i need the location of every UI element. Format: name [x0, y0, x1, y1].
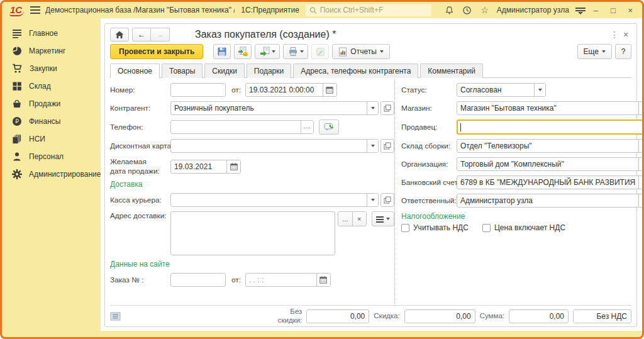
- open-button[interactable]: [380, 139, 394, 153]
- organization-label: Организация:: [401, 160, 457, 169]
- service-menu-icon[interactable]: [575, 6, 584, 14]
- dropdown-button[interactable]: [638, 176, 644, 189]
- sidebar-item-marketing[interactable]: Маркетинг: [2, 42, 101, 60]
- sidebar-item-warehouse[interactable]: Склад: [2, 77, 101, 95]
- totals-bar: Без скидки: 0,00 Скидка: 0,00 Сумма: 0,0…: [110, 305, 631, 324]
- seller-input-focused[interactable]: [457, 119, 644, 135]
- favorites-star-icon[interactable]: ☆: [479, 4, 491, 16]
- search-input[interactable]: [320, 6, 428, 14]
- address-menu-button[interactable]: [372, 211, 394, 226]
- calendar-icon[interactable]: [316, 274, 330, 286]
- kebab-menu-icon[interactable]: ⋮: [609, 30, 620, 40]
- lines-icon: [376, 216, 384, 222]
- seller-label: Продавец:: [401, 123, 457, 131]
- discount-card-input[interactable]: [170, 139, 379, 153]
- tab-gifts[interactable]: Подарки: [247, 64, 291, 78]
- main-menu-icon[interactable]: [30, 6, 39, 14]
- dropdown-button[interactable]: [638, 194, 644, 207]
- save-button[interactable]: [213, 44, 231, 59]
- pie-chart-icon: [12, 46, 22, 56]
- close-form-icon[interactable]: ×: [620, 30, 631, 40]
- forward-button[interactable]: →: [151, 28, 170, 42]
- list-toggle-icon[interactable]: [110, 312, 121, 321]
- sidebar-item-finance[interactable]: ₽ Финансы: [2, 113, 101, 130]
- open-button[interactable]: [380, 101, 394, 115]
- tax-section-header: Налогообложение: [401, 212, 644, 221]
- grid-icon: [12, 81, 22, 91]
- sidebar-item-personnel[interactable]: Персонал: [2, 148, 101, 165]
- vat-mode-value: Без НДС: [573, 309, 631, 323]
- organization-input[interactable]: Торговый дом "Комплексный": [457, 157, 644, 171]
- calendar-icon[interactable]: [226, 160, 240, 173]
- maximize-button[interactable]: □: [608, 6, 618, 15]
- dropdown-button[interactable]: [638, 102, 644, 114]
- close-window-button[interactable]: ×: [625, 6, 636, 15]
- open-button[interactable]: [380, 193, 394, 207]
- tab-main[interactable]: Основное: [110, 64, 160, 78]
- calendar-icon[interactable]: [323, 84, 336, 96]
- sidebar-item-nsi[interactable]: НСИ: [2, 130, 101, 148]
- site-data-section-header: Данные на сайте: [110, 260, 394, 269]
- responsible-label: Ответственный:: [401, 196, 457, 205]
- dropdown-button[interactable]: [638, 140, 644, 152]
- sidebar-item-administration[interactable]: Администрирование: [2, 165, 101, 183]
- dropdown-button[interactable]: [534, 84, 545, 96]
- vat-checkbox[interactable]: Учитывать НДС: [401, 223, 469, 232]
- create-based-on-button[interactable]: [255, 44, 280, 59]
- print-button[interactable]: [283, 44, 308, 59]
- delivery-address-textarea[interactable]: [170, 211, 335, 255]
- status-select[interactable]: Согласован: [457, 83, 546, 97]
- dropdown-button[interactable]: [367, 194, 378, 206]
- dropdown-button[interactable]: [638, 158, 644, 170]
- delivery-section-header: Доставка: [110, 180, 394, 189]
- date-input[interactable]: 19.03.2021 0:00:00: [245, 83, 337, 97]
- desired-date-input[interactable]: 19.03.2021: [170, 160, 241, 174]
- site-order-label: Заказ № :: [110, 275, 170, 284]
- post-document-icon: [238, 47, 248, 57]
- dropdown-button[interactable]: [367, 102, 378, 114]
- post-button[interactable]: [234, 44, 252, 59]
- site-order-input[interactable]: [170, 273, 226, 287]
- courier-cash-label: Касса курьера:: [110, 196, 170, 204]
- bank-account-input[interactable]: 6789 в КБ "МЕЖДУНАРОДНЫЙ БАНК РАЗВИТИЯ: [457, 175, 644, 189]
- current-user[interactable]: Администратор узла: [497, 6, 569, 14]
- help-button[interactable]: ?: [615, 44, 631, 59]
- tab-discounts[interactable]: Скидки: [204, 64, 245, 78]
- sidebar-item-sales[interactable]: Продажи: [2, 95, 101, 113]
- back-button[interactable]: ←: [132, 28, 151, 42]
- section-sidebar: Главное Маркетинг Закупки Склад Продажи …: [2, 18, 101, 337]
- number-input[interactable]: [170, 83, 226, 97]
- select-button[interactable]: ...: [301, 121, 313, 133]
- assembly-warehouse-input[interactable]: Отдел "Телевизоры": [457, 139, 644, 153]
- tab-addresses[interactable]: Адреса, телефоны контрагента: [293, 64, 418, 78]
- call-button[interactable]: [319, 119, 339, 135]
- form-tabs: Основное Товары Скидки Подарки Адреса, т…: [110, 63, 631, 78]
- contractor-input[interactable]: Розничный покупатель: [170, 101, 379, 115]
- edit-button-disabled[interactable]: [311, 44, 329, 59]
- notifications-bell-icon[interactable]: [444, 4, 455, 16]
- history-icon[interactable]: [462, 4, 473, 16]
- checkbox-box[interactable]: [482, 224, 491, 232]
- reports-button[interactable]: Отчеты: [332, 44, 389, 59]
- post-and-close-button[interactable]: Провести и закрыть: [110, 44, 203, 59]
- assembly-warehouse-label: Склад сборки:: [401, 142, 457, 150]
- dropdown-button[interactable]: [367, 140, 378, 152]
- shopping-cart-icon: [12, 64, 23, 74]
- store-input[interactable]: Магазин "Бытовая техника": [457, 101, 644, 115]
- more-button[interactable]: Еще: [577, 44, 612, 59]
- price-includes-vat-checkbox[interactable]: Цена включает НДС: [482, 223, 565, 232]
- tab-goods[interactable]: Товары: [162, 64, 203, 78]
- courier-cash-input[interactable]: [170, 193, 379, 207]
- home-button[interactable]: [110, 28, 129, 42]
- checkbox-box[interactable]: [401, 224, 409, 232]
- sidebar-item-purchases[interactable]: Закупки: [2, 60, 101, 77]
- select-button[interactable]: ...: [338, 212, 352, 226]
- tab-comment[interactable]: Комментарий: [420, 64, 483, 78]
- minimize-button[interactable]: –: [591, 6, 601, 15]
- clear-button[interactable]: ×: [352, 212, 366, 226]
- site-order-date-input[interactable]: . . : :: [245, 273, 331, 287]
- global-search[interactable]: [306, 4, 431, 16]
- responsible-input[interactable]: Администратор узла: [457, 194, 644, 208]
- sidebar-item-main[interactable]: Главное: [2, 25, 101, 42]
- phone-input[interactable]: ...: [170, 120, 314, 134]
